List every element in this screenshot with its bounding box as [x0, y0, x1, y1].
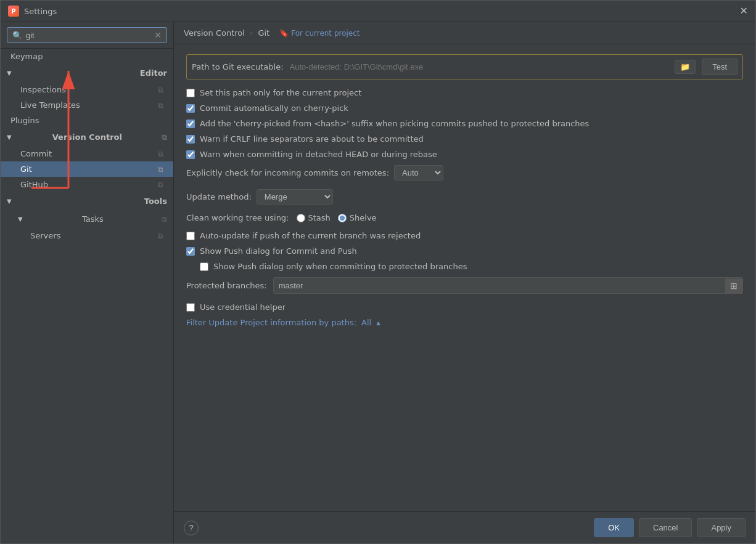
git-test-button[interactable]: Test	[702, 59, 738, 75]
update-method-label: Update method:	[186, 192, 252, 201]
sidebar-group-tasks[interactable]: ▼ Tasks ⧉	[1, 210, 173, 228]
sidebar-group-tools[interactable]: ▼ Tools	[1, 192, 173, 210]
protected-branches-expand-button[interactable]: ⊞	[725, 278, 742, 293]
update-method-row: Update method: Merge Rebase Branch Defau…	[186, 189, 743, 205]
push-dialog-protected-checkbox-row: Show Push dialog only when committing to…	[186, 262, 743, 271]
crlf-label[interactable]: Warn if CRLF line separators are about t…	[200, 134, 424, 144]
sidebar-item-plugins[interactable]: Plugins	[1, 113, 173, 128]
search-clear-icon[interactable]: ✕	[154, 30, 162, 40]
push-dialog-label[interactable]: Show Push dialog for Commit and Push	[200, 246, 357, 256]
vc-copy-icon: ⧉	[162, 133, 167, 142]
detached-head-checkbox[interactable]	[186, 150, 195, 159]
stash-label: Stash	[308, 213, 331, 222]
set-path-checkbox[interactable]	[186, 89, 195, 97]
commit-copy-icon: ⧉	[158, 150, 163, 158]
push-dialog-protected-label[interactable]: Show Push dialog only when committing to…	[213, 262, 467, 271]
ok-button[interactable]: OK	[594, 518, 634, 537]
sidebar-item-keymap[interactable]: Keymap	[1, 49, 173, 64]
sidebar-group-editor[interactable]: ▼ Editor	[1, 64, 173, 82]
filter-update-arrow-icon: ▴	[376, 318, 380, 327]
sidebar-group-tools-label: Tools	[144, 197, 167, 206]
cherry-pick-checkbox[interactable]	[186, 104, 195, 113]
sidebar-item-git[interactable]: Git ⧉	[1, 161, 173, 177]
sidebar-item-inspections-label: Inspections	[20, 85, 66, 94]
crlf-checkbox-row: Warn if CRLF line separators are about t…	[186, 134, 743, 144]
sidebar-item-keymap-label: Keymap	[10, 52, 43, 61]
filter-update-value[interactable]: All	[361, 318, 371, 327]
bookmark-icon: 🔖	[279, 29, 289, 38]
sidebar-item-inspections[interactable]: Inspections ⧉	[1, 82, 173, 97]
clean-tree-label: Clean working tree using:	[186, 213, 289, 222]
for-current-project-label: For current project	[291, 29, 360, 38]
protected-branches-input-wrap: ⊞	[273, 277, 743, 294]
search-icon: 🔍	[12, 31, 22, 40]
protected-branches-label: Protected branches:	[186, 281, 267, 290]
apply-button[interactable]: Apply	[697, 518, 746, 537]
content-area: 🔍 ✕ Keymap ▼ Editor Inspections ⧉ Live T…	[1, 22, 755, 543]
bottom-bar: ? OK Cancel Apply	[174, 511, 755, 543]
git-path-input[interactable]	[290, 62, 669, 71]
git-path-browse-button[interactable]: 📁	[675, 60, 696, 74]
auto-update-checkbox[interactable]	[186, 232, 195, 240]
breadcrumb-sep: ›	[250, 28, 253, 38]
search-input[interactable]	[26, 31, 150, 40]
credential-helper-label[interactable]: Use credential helper	[200, 302, 286, 312]
sidebar-item-commit[interactable]: Commit ⧉	[1, 146, 173, 161]
cherry-pick-suffix-label[interactable]: Add the 'cherry-picked from <hash>' suff…	[200, 119, 589, 128]
crlf-checkbox[interactable]	[186, 135, 195, 144]
close-button[interactable]: ✕	[740, 6, 748, 16]
stash-radio-label[interactable]: Stash	[297, 213, 331, 222]
breadcrumb: Version Control › Git	[184, 28, 269, 38]
title-bar: P Settings ✕	[1, 1, 755, 22]
set-path-label[interactable]: Set this path only for the current proje…	[200, 88, 361, 97]
shelve-radio[interactable]	[338, 214, 347, 222]
sidebar-item-github[interactable]: GitHub ⧉	[1, 177, 173, 192]
push-dialog-checkbox-row: Show Push dialog for Commit and Push	[186, 246, 743, 256]
cherry-pick-suffix-checkbox[interactable]	[186, 120, 195, 128]
detached-head-checkbox-row: Warn when committing in detached HEAD or…	[186, 150, 743, 159]
auto-update-label[interactable]: Auto-update if push of the current branc…	[200, 231, 421, 240]
git-path-label: Path to Git executable:	[192, 62, 284, 71]
sidebar-item-git-label: Git	[20, 164, 32, 174]
credential-helper-checkbox[interactable]	[186, 303, 195, 312]
cancel-button[interactable]: Cancel	[639, 518, 692, 537]
protected-branches-input[interactable]	[274, 278, 725, 293]
sidebar-group-version-control[interactable]: ▼ Version Control ⧉	[1, 128, 173, 146]
bottom-actions: OK Cancel Apply	[594, 518, 746, 537]
push-dialog-checkbox[interactable]	[186, 247, 195, 256]
set-path-checkbox-row: Set this path only for the current proje…	[186, 88, 743, 97]
sidebar-item-github-label: GitHub	[20, 180, 48, 189]
main-content: Version Control › Git 🔖 For current proj…	[174, 22, 755, 543]
sidebar: 🔍 ✕ Keymap ▼ Editor Inspections ⧉ Live T…	[1, 22, 174, 543]
settings-window: P Settings ✕ 🔍 ✕ Keymap ▼ Editor	[0, 0, 756, 544]
push-dialog-protected-checkbox[interactable]	[200, 262, 208, 271]
breadcrumb-version-control: Version Control	[184, 28, 245, 38]
help-button[interactable]: ?	[184, 521, 199, 535]
sidebar-item-servers-label: Servers	[30, 231, 60, 240]
shelve-radio-label[interactable]: Shelve	[338, 213, 377, 222]
settings-content: Path to Git executable: 📁 Test Set this …	[174, 44, 755, 511]
editor-chevron: ▼	[7, 70, 12, 76]
live-templates-copy-icon: ⧉	[158, 101, 163, 110]
sidebar-group-editor-label: Editor	[140, 68, 167, 78]
for-current-project-link[interactable]: 🔖 For current project	[279, 29, 360, 38]
cherry-pick-label[interactable]: Commit automatically on cherry-pick	[200, 104, 348, 113]
main-header: Version Control › Git 🔖 For current proj…	[174, 22, 755, 44]
sidebar-item-plugins-label: Plugins	[10, 116, 39, 125]
breadcrumb-git: Git	[258, 28, 269, 38]
incoming-commits-label: Explicitly check for incoming commits on…	[186, 168, 389, 177]
github-copy-icon: ⧉	[158, 181, 163, 189]
servers-copy-icon: ⧉	[158, 232, 163, 240]
search-input-wrap: 🔍 ✕	[7, 27, 167, 43]
stash-radio[interactable]	[297, 214, 305, 222]
clean-tree-row: Clean working tree using: Stash Shelve	[186, 213, 743, 222]
sidebar-item-live-templates[interactable]: Live Templates ⧉	[1, 97, 173, 113]
detached-head-label[interactable]: Warn when committing in detached HEAD or…	[200, 150, 437, 159]
incoming-commits-select[interactable]: Auto Always Never	[394, 165, 443, 181]
git-path-row: Path to Git executable: 📁 Test	[186, 54, 743, 79]
tasks-copy-icon: ⧉	[162, 215, 167, 224]
window-title: Settings	[24, 7, 57, 16]
sidebar-item-servers[interactable]: Servers ⧉	[1, 228, 173, 243]
tools-chevron: ▼	[7, 198, 12, 205]
update-method-select[interactable]: Merge Rebase Branch Default	[257, 189, 333, 205]
